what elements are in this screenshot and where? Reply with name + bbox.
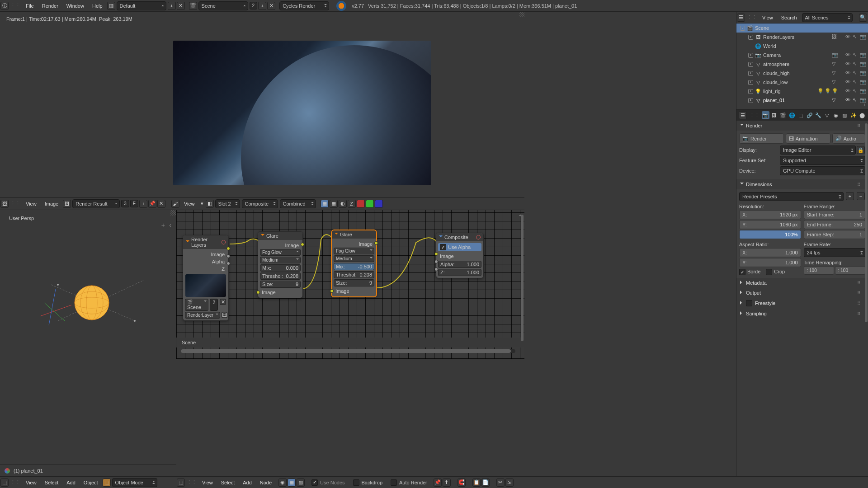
remap-new-field[interactable]: : 100 bbox=[835, 266, 865, 275]
eye-icon[interactable]: 👁 bbox=[845, 34, 852, 40]
tab-material[interactable]: ◉ bbox=[832, 111, 840, 119]
view-menu[interactable]: View bbox=[22, 477, 41, 488]
channel-alpha-icon[interactable]: ◐ bbox=[339, 200, 347, 208]
detach-icon[interactable]: ⇲ bbox=[505, 479, 514, 487]
node-glare-1[interactable]: Glare Image Fog Glow Medium Mix:0.000 Th… bbox=[258, 231, 303, 298]
collapse-icon[interactable] bbox=[335, 233, 338, 236]
editor-type-icon[interactable]: ⓘ bbox=[0, 2, 9, 10]
outliner-item-planet_01[interactable]: +▽planet_01▽👁↖📷 bbox=[736, 96, 868, 105]
frame-rate-dropdown[interactable]: 24 fps bbox=[804, 248, 866, 257]
collapse-icon[interactable] bbox=[261, 234, 264, 238]
panel-freestyle-header[interactable]: Freestyle⠿ bbox=[736, 298, 868, 309]
outliner-item-clouds_low[interactable]: +▽clouds_low▽👁↖📷 bbox=[736, 78, 868, 87]
eye-icon[interactable]: 👁 bbox=[845, 88, 852, 94]
layout-dropdown[interactable]: Default bbox=[117, 1, 166, 10]
cursor-icon[interactable]: ↖ bbox=[853, 97, 859, 103]
tab-texture[interactable]: ▨ bbox=[841, 111, 849, 119]
alpha-field[interactable]: Alpha:1.000 bbox=[438, 261, 481, 268]
expand-toggle[interactable]: + bbox=[748, 53, 753, 58]
editor-type-icon[interactable]: 🖼 bbox=[0, 200, 9, 208]
tab-render-layers[interactable]: 🖼 bbox=[770, 111, 778, 119]
render-icon[interactable]: 📷 bbox=[860, 70, 866, 76]
view-menu[interactable]: View bbox=[758, 12, 777, 23]
channel-z-icon[interactable]: Z bbox=[348, 200, 356, 208]
image-datablock[interactable]: Render Result bbox=[72, 199, 120, 208]
render-icon[interactable]: 🎞 bbox=[222, 312, 227, 318]
socket-in[interactable] bbox=[434, 260, 438, 263]
area-corner[interactable] bbox=[519, 12, 524, 17]
render-button[interactable]: 📷 Render bbox=[739, 133, 784, 144]
glare-type-dropdown[interactable]: Fog Glow bbox=[334, 248, 374, 254]
menu-window[interactable]: Window bbox=[62, 0, 88, 12]
remove-layout-icon[interactable]: ✕ bbox=[177, 2, 185, 10]
view-menu[interactable]: View bbox=[198, 477, 217, 488]
channel-b-icon[interactable] bbox=[375, 200, 383, 208]
cursor-icon[interactable]: ↖ bbox=[853, 88, 859, 94]
tab-data[interactable]: ▽ bbox=[823, 111, 831, 119]
drag-handle[interactable]: ⋮⋮ bbox=[10, 3, 20, 9]
threshold-field[interactable]: Threshol:0.208 bbox=[260, 272, 301, 280]
layer-dropdown[interactable]: Composite bbox=[242, 199, 278, 208]
mix-field[interactable]: Mix:-0.500 bbox=[334, 263, 374, 270]
node-menu[interactable]: Node bbox=[256, 477, 276, 488]
menu-file[interactable]: File bbox=[22, 0, 38, 12]
slot-dropdown[interactable]: Slot 2 bbox=[215, 199, 240, 208]
expand-icon[interactable]: + bbox=[161, 221, 165, 229]
compositor-tree-icon[interactable]: ▦ bbox=[288, 479, 296, 487]
pass-dropdown[interactable]: Combined bbox=[280, 199, 316, 208]
tab-physics[interactable]: ⬤ bbox=[859, 111, 866, 119]
socket-out[interactable] bbox=[226, 247, 230, 250]
mix-field[interactable]: Mix:0.000 bbox=[260, 264, 301, 272]
drag-handle[interactable]: ⋮⋮ bbox=[10, 201, 20, 206]
editor-type-icon[interactable]: ⬚ bbox=[0, 479, 9, 487]
socket-out[interactable] bbox=[374, 241, 378, 245]
eye-icon[interactable]: 👁 bbox=[845, 52, 852, 58]
panel-output-header[interactable]: Output⠿ bbox=[736, 288, 868, 298]
render-icon[interactable]: 📷 bbox=[860, 52, 866, 58]
expand-toggle[interactable]: + bbox=[748, 35, 753, 40]
res-x-field[interactable]: X:1920 px bbox=[739, 210, 801, 219]
render-presets-dropdown[interactable]: Render Presets bbox=[739, 192, 844, 201]
threshold-field[interactable]: Threshol:0.208 bbox=[334, 271, 374, 278]
aspect-x-field[interactable]: X:1.000 bbox=[739, 248, 801, 257]
paste-icon[interactable]: 📄 bbox=[481, 479, 490, 487]
add-preset-icon[interactable]: + bbox=[846, 192, 854, 200]
tab-world[interactable]: 🌐 bbox=[788, 111, 796, 119]
add-layout-icon[interactable]: + bbox=[168, 2, 176, 10]
vertical-scrollbar[interactable] bbox=[521, 215, 524, 341]
lock-icon[interactable]: 🔒 bbox=[857, 146, 865, 154]
layout-icon[interactable]: ▥ bbox=[107, 2, 115, 10]
node-composite[interactable]: Composite Use Alpha Image Alpha:1.000 Z:… bbox=[436, 233, 484, 278]
mode-icon[interactable]: ⬚ bbox=[103, 479, 111, 487]
browse-image-icon[interactable]: 🖼 bbox=[63, 200, 71, 208]
preview-icon[interactable] bbox=[476, 235, 481, 239]
vertical-scrollbar[interactable] bbox=[865, 123, 868, 322]
crop-checkbox[interactable] bbox=[766, 269, 772, 275]
z-field[interactable]: Z:1.000 bbox=[438, 269, 481, 276]
expand-toggle[interactable]: + bbox=[748, 98, 753, 103]
feature-set-dropdown[interactable]: Supported bbox=[780, 156, 865, 165]
view-mode-menu[interactable]: View bbox=[180, 198, 199, 210]
viewport-3d[interactable]: User Persp ‹ + bbox=[0, 210, 176, 359]
expand-toggle[interactable]: + bbox=[748, 62, 753, 67]
scene-icon[interactable]: 🎬 bbox=[189, 2, 197, 10]
texture-tree-icon[interactable]: ▨ bbox=[297, 479, 305, 487]
socket-out[interactable] bbox=[301, 243, 304, 246]
aspect-y-field[interactable]: Y:1.000 bbox=[739, 258, 801, 267]
collapse-icon[interactable]: ‹ bbox=[169, 221, 171, 229]
tab-render[interactable]: 📷 bbox=[762, 111, 769, 119]
remove-icon[interactable]: ✕ bbox=[220, 299, 226, 305]
select-menu[interactable]: Select bbox=[41, 477, 63, 488]
mask-icon[interactable]: ◧ bbox=[206, 200, 214, 208]
start-frame-field[interactable]: Start Frame:1 bbox=[804, 210, 866, 219]
channel-r-icon[interactable] bbox=[357, 200, 365, 208]
object-menu[interactable]: Object bbox=[80, 477, 102, 488]
outliner-item-light_rig[interactable]: +💡light_rig💡💡💡👁↖📷 bbox=[736, 87, 868, 96]
channel-g-icon[interactable] bbox=[366, 200, 374, 208]
backdrop-checkbox[interactable] bbox=[353, 479, 359, 486]
glare-quality-dropdown[interactable]: Medium bbox=[334, 255, 374, 262]
go-parent-icon[interactable]: ⬆ bbox=[443, 479, 451, 487]
add-image-icon[interactable]: + bbox=[139, 200, 147, 208]
remap-old-field[interactable]: : 100 bbox=[804, 266, 834, 275]
render-icon[interactable]: 📷 bbox=[860, 34, 866, 40]
